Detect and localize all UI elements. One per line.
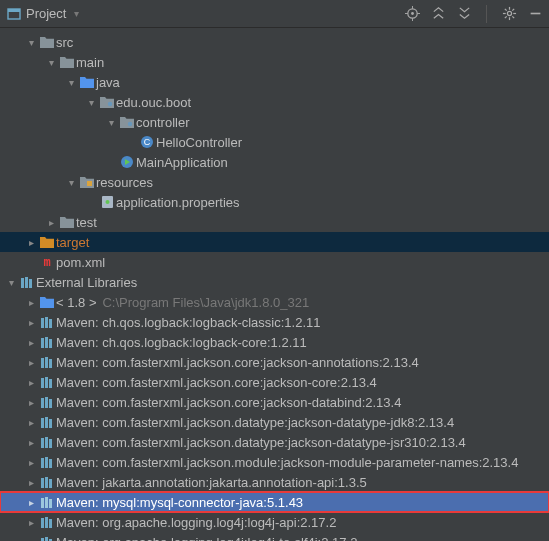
collapse-all-icon[interactable] (456, 6, 472, 22)
jdk-icon (38, 296, 56, 308)
tree-node-src[interactable]: src (0, 32, 549, 52)
tree-node-maven-lib[interactable]: Maven: com.fasterxml.jackson.datatype:ja… (0, 432, 549, 452)
svg-rect-38 (41, 378, 44, 388)
tree-node-controller[interactable]: controller (0, 112, 549, 132)
tree-node-resources[interactable]: resources (0, 172, 549, 192)
project-tool-header: Project ▾ (0, 0, 549, 28)
library-icon (38, 376, 56, 389)
svg-line-15 (504, 16, 506, 18)
chevron-down-icon[interactable] (64, 177, 78, 188)
node-label: Maven: com.fasterxml.jackson.datatype:ja… (56, 415, 454, 430)
project-tree[interactable]: src main java edu.ouc.boot controller C … (0, 28, 549, 541)
chevron-right-icon[interactable] (24, 437, 38, 448)
library-icon (38, 436, 56, 449)
tree-node-java[interactable]: java (0, 72, 549, 92)
chevron-right-icon[interactable] (24, 497, 38, 508)
node-label: pom.xml (56, 255, 105, 270)
tree-node-package[interactable]: edu.ouc.boot (0, 92, 549, 112)
locate-icon[interactable] (404, 6, 420, 22)
tree-node-maven-lib[interactable]: Maven: com.fasterxml.jackson.core:jackso… (0, 392, 549, 412)
tree-node-main[interactable]: main (0, 52, 549, 72)
chevron-right-icon[interactable] (24, 517, 38, 528)
chevron-down-icon[interactable] (24, 37, 38, 48)
chevron-right-icon[interactable] (24, 357, 38, 368)
tree-node-external-libraries[interactable]: External Libraries (0, 272, 549, 292)
svg-rect-28 (29, 279, 32, 288)
node-label: Maven: ch.qos.logback:logback-core:1.2.1… (56, 335, 307, 350)
node-label: Maven: com.fasterxml.jackson.datatype:ja… (56, 435, 466, 450)
tree-node-main-application[interactable]: MainApplication (0, 152, 549, 172)
tree-node-maven-lib[interactable]: Maven: com.fasterxml.jackson.module:jack… (0, 452, 549, 472)
folder-icon (58, 56, 76, 68)
chevron-right-icon[interactable] (24, 457, 38, 468)
svg-rect-48 (45, 437, 48, 448)
library-icon (38, 496, 56, 509)
svg-line-13 (504, 9, 506, 11)
svg-rect-43 (49, 399, 52, 408)
chevron-down-icon[interactable] (104, 117, 118, 128)
tree-node-maven-lib[interactable]: Maven: ch.qos.logback:logback-classic:1.… (0, 312, 549, 332)
svg-point-19 (128, 122, 132, 126)
svg-rect-41 (41, 398, 44, 408)
chevron-right-icon[interactable] (24, 317, 38, 328)
chevron-right-icon[interactable] (24, 477, 38, 488)
tree-node-maven-lib[interactable]: Maven: jakarta.annotation:jakarta.annota… (0, 472, 549, 492)
chevron-right-icon[interactable] (24, 337, 38, 348)
tree-node-maven-lib[interactable]: Maven: org.apache.logging.log4j:log4j-ap… (0, 512, 549, 532)
tree-node-hello-controller[interactable]: C HelloController (0, 132, 549, 152)
expand-all-icon[interactable] (430, 6, 446, 22)
tree-node-maven-lib[interactable]: Maven: com.fasterxml.jackson.core:jackso… (0, 372, 549, 392)
libraries-icon (18, 276, 36, 289)
svg-rect-61 (49, 519, 52, 528)
tree-node-test[interactable]: test (0, 212, 549, 232)
chevron-down-icon[interactable] (64, 77, 78, 88)
svg-rect-42 (45, 397, 48, 408)
tree-node-jdk[interactable]: < 1.8 > C:\Program Files\Java\jdk1.8.0_3… (0, 292, 549, 312)
chevron-right-icon[interactable] (44, 217, 58, 228)
hide-icon[interactable] (527, 6, 543, 22)
svg-rect-30 (45, 317, 48, 328)
svg-rect-32 (41, 338, 44, 348)
node-label: Maven: com.fasterxml.jackson.core:jackso… (56, 395, 401, 410)
svg-rect-23 (87, 181, 92, 186)
chevron-down-icon[interactable] (44, 57, 58, 68)
library-icon (38, 336, 56, 349)
svg-rect-35 (41, 358, 44, 368)
tree-node-mysql-connector[interactable]: Maven: mysql:mysql-connector-java:5.1.43 (0, 492, 549, 512)
chevron-down-icon[interactable] (84, 97, 98, 108)
node-label: application.properties (116, 195, 240, 210)
node-label: src (56, 35, 73, 50)
tree-node-pom[interactable]: m pom.xml (0, 252, 549, 272)
svg-rect-49 (49, 439, 52, 448)
svg-rect-62 (41, 538, 44, 542)
svg-rect-47 (41, 438, 44, 448)
tree-node-maven-lib[interactable]: Maven: org.apache.logging.log4j:log4j-to… (0, 532, 549, 541)
chevron-right-icon[interactable] (24, 377, 38, 388)
svg-rect-40 (49, 379, 52, 388)
tree-node-app-properties[interactable]: application.properties (0, 192, 549, 212)
node-label: MainApplication (136, 155, 228, 170)
tree-node-maven-lib[interactable]: Maven: com.fasterxml.jackson.core:jackso… (0, 352, 549, 372)
svg-line-16 (512, 9, 514, 11)
folder-icon (38, 36, 56, 48)
project-title[interactable]: Project (26, 6, 66, 21)
project-dropdown-arrow[interactable]: ▾ (74, 8, 79, 19)
chevron-right-icon[interactable] (24, 537, 38, 542)
svg-rect-46 (49, 419, 52, 428)
tree-node-maven-lib[interactable]: Maven: ch.qos.logback:logback-core:1.2.1… (0, 332, 549, 352)
chevron-right-icon[interactable] (24, 417, 38, 428)
node-label: target (56, 235, 89, 250)
gear-icon[interactable] (501, 6, 517, 22)
svg-text:C: C (144, 137, 151, 147)
svg-rect-36 (45, 357, 48, 368)
source-folder-icon (78, 76, 96, 88)
library-icon (38, 516, 56, 529)
chevron-down-icon[interactable] (4, 277, 18, 288)
chevron-right-icon[interactable] (24, 397, 38, 408)
node-label: resources (96, 175, 153, 190)
chevron-right-icon[interactable] (24, 297, 38, 308)
tree-node-target[interactable]: target (0, 232, 549, 252)
library-icon (38, 536, 56, 542)
chevron-right-icon[interactable] (24, 237, 38, 248)
tree-node-maven-lib[interactable]: Maven: com.fasterxml.jackson.datatype:ja… (0, 412, 549, 432)
